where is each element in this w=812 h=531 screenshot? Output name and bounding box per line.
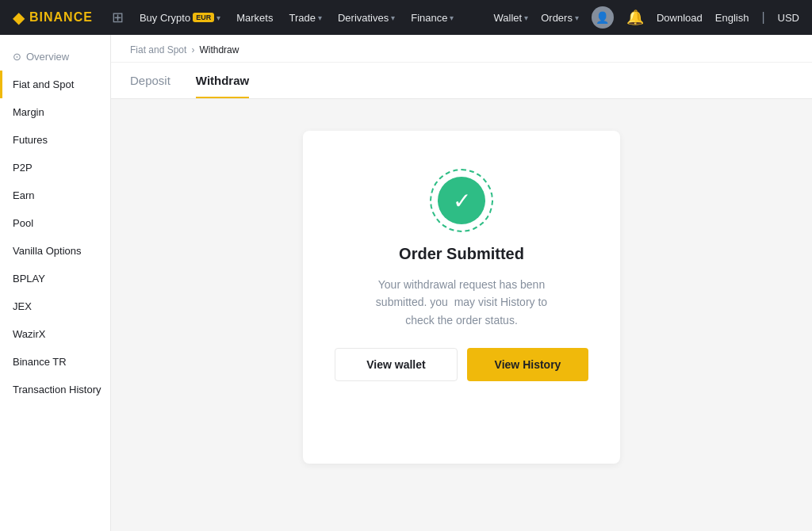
success-card: ✓ Order Submitted Your withdrawal reques… bbox=[303, 131, 620, 464]
nav-wallet[interactable]: Wallet ▾ bbox=[494, 12, 529, 24]
breadcrumb-current: Withdraw bbox=[199, 44, 239, 55]
grid-icon[interactable]: ⊞ bbox=[112, 9, 124, 26]
user-avatar[interactable]: 👤 bbox=[592, 6, 614, 29]
action-buttons: View wallet View History bbox=[335, 348, 588, 381]
success-icon-wrapper: ✓ bbox=[430, 169, 493, 232]
bell-icon[interactable]: 🔔 bbox=[626, 9, 644, 26]
chevron-down-icon: ▾ bbox=[524, 13, 528, 22]
success-dashed-circle bbox=[430, 169, 493, 232]
nav-derivatives[interactable]: Derivatives ▾ bbox=[338, 12, 395, 24]
nav-finance[interactable]: Finance ▾ bbox=[411, 12, 454, 24]
sidebar: ⊙ Overview Fiat and Spot Margin Futures … bbox=[0, 35, 111, 531]
chevron-down-icon: ▾ bbox=[575, 13, 579, 22]
top-navigation: ◆ BINANCE ⊞ Buy Crypto EUR ▾ Markets Tra… bbox=[0, 0, 812, 35]
breadcrumb-home[interactable]: Fiat and Spot bbox=[130, 44, 186, 55]
view-wallet-button[interactable]: View wallet bbox=[335, 348, 458, 381]
chevron-down-icon: ▾ bbox=[318, 13, 322, 22]
binance-logo-text: BINANCE bbox=[29, 10, 93, 25]
chevron-down-icon: ▾ bbox=[450, 13, 454, 22]
nav-download[interactable]: Download bbox=[657, 12, 703, 24]
breadcrumb-separator: › bbox=[191, 44, 194, 55]
sidebar-item-futures[interactable]: Futures bbox=[0, 126, 110, 154]
sidebar-item-vanilla-options[interactable]: Vanilla Options bbox=[0, 237, 110, 265]
sidebar-item-binance-tr[interactable]: Binance TR bbox=[0, 348, 110, 376]
currency-divider: | bbox=[761, 10, 764, 25]
tab-deposit[interactable]: Deposit bbox=[130, 63, 170, 98]
success-title: Order Submitted bbox=[399, 245, 524, 263]
logo-area[interactable]: ◆ BINANCE bbox=[13, 8, 93, 27]
tabs-bar: Deposit Withdraw bbox=[111, 63, 812, 99]
sidebar-item-overview[interactable]: ⊙ Overview bbox=[0, 43, 110, 71]
tab-withdraw[interactable]: Withdraw bbox=[196, 63, 249, 98]
main-content: Fiat and Spot › Withdraw Deposit Withdra… bbox=[111, 35, 812, 531]
success-description: Your withdrawal request has bennsubmitte… bbox=[376, 276, 547, 329]
sidebar-item-bplay[interactable]: BPLAY bbox=[0, 265, 110, 292]
sidebar-item-p2p[interactable]: P2P bbox=[0, 154, 110, 181]
chevron-down-icon: ▾ bbox=[216, 13, 220, 22]
binance-logo-icon: ◆ bbox=[13, 8, 25, 27]
breadcrumb: Fiat and Spot › Withdraw bbox=[111, 35, 812, 63]
nav-markets[interactable]: Markets bbox=[236, 12, 273, 24]
sidebar-item-fiat-and-spot[interactable]: Fiat and Spot bbox=[0, 71, 110, 98]
sidebar-item-earn[interactable]: Earn bbox=[0, 181, 110, 209]
view-history-button[interactable]: View History bbox=[467, 348, 588, 381]
chevron-down-icon: ▾ bbox=[391, 13, 395, 22]
eur-badge: EUR bbox=[193, 13, 214, 22]
sidebar-item-margin[interactable]: Margin bbox=[0, 98, 110, 126]
sidebar-item-pool[interactable]: Pool bbox=[0, 209, 110, 237]
sidebar-item-transaction-history[interactable]: Transaction History bbox=[0, 376, 110, 403]
app-layout: ⊙ Overview Fiat and Spot Margin Futures … bbox=[0, 35, 812, 531]
content-area: ✓ Order Submitted Your withdrawal reques… bbox=[111, 99, 812, 495]
nav-currency[interactable]: USD bbox=[778, 12, 799, 24]
nav-buy-crypto[interactable]: Buy Crypto EUR ▾ bbox=[140, 12, 220, 24]
sidebar-item-wazirx[interactable]: WazirX bbox=[0, 320, 110, 348]
nav-trade[interactable]: Trade ▾ bbox=[289, 12, 321, 24]
overview-icon: ⊙ bbox=[13, 51, 21, 63]
sidebar-item-jex[interactable]: JEX bbox=[0, 292, 110, 320]
topnav-right: Wallet ▾ Orders ▾ 👤 🔔 Download English |… bbox=[494, 6, 799, 29]
nav-orders[interactable]: Orders ▾ bbox=[541, 12, 579, 24]
nav-language[interactable]: English bbox=[715, 12, 749, 24]
